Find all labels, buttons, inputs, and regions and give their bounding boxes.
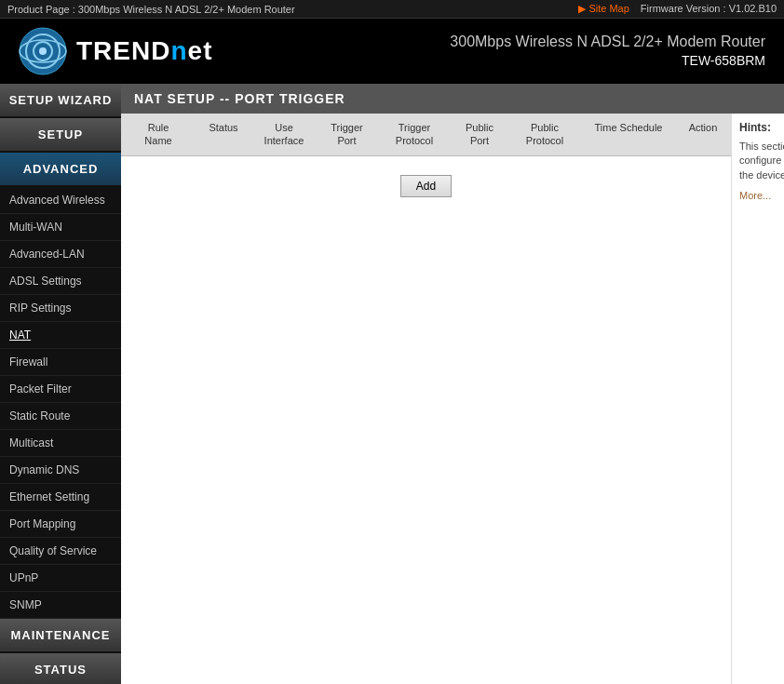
col-time-schedule: Time Schedule — [582, 117, 675, 152]
col-trigger-port: TriggerPort — [317, 117, 377, 152]
col-use-interface: UseInterface — [251, 117, 317, 152]
setup-button[interactable]: SETUP — [0, 118, 121, 153]
status-button[interactable]: STATUS — [0, 653, 121, 684]
sidebar-item-multicast[interactable]: Multicast — [0, 430, 121, 457]
logo-area: TRENDnet — [19, 27, 212, 75]
sidebar-item-advanced-lan[interactable]: Advanced-LAN — [0, 241, 121, 268]
hints-panel: Hints: This section allows you to config… — [731, 114, 784, 684]
sidebar-item-upnp[interactable]: UPnP — [0, 565, 121, 592]
sidebar-item-nat[interactable]: NAT — [0, 322, 121, 349]
content-area: NAT SETUP -- PORT TRIGGER RuleName Statu… — [121, 84, 784, 684]
col-public-port: PublicPort — [452, 117, 507, 152]
sidebar: SETUP WIZARD SETUP ADVANCED Advanced Wir… — [0, 84, 121, 684]
maintenance-button[interactable]: MAINTENANCE — [0, 619, 121, 653]
col-trigger-protocol: TriggerProtocol — [377, 117, 452, 152]
col-public-protocol: PublicProtocol — [507, 117, 582, 152]
main-layout: SETUP WIZARD SETUP ADVANCED Advanced Wir… — [0, 84, 784, 684]
sidebar-item-firewall[interactable]: Firewall — [0, 349, 121, 376]
top-bar: Product Page : 300Mbps Wireless N ADSL 2… — [0, 0, 784, 19]
device-title: 300Mbps Wireless N ADSL 2/2+ Modem Route… — [450, 32, 765, 71]
col-status: Status — [196, 117, 251, 152]
advanced-button[interactable]: ADVANCED — [0, 153, 121, 187]
hints-title: Hints: — [739, 121, 784, 134]
sidebar-item-snmp[interactable]: SNMP — [0, 592, 121, 619]
setup-wizard-button[interactable]: SETUP WIZARD — [0, 84, 121, 118]
page-header: NAT SETUP -- PORT TRIGGER — [121, 84, 784, 114]
sidebar-item-multi-wan[interactable]: Multi-WAN — [0, 214, 121, 241]
content-with-hints: RuleName Status UseInterface TriggerPort… — [121, 114, 784, 684]
hints-text: This section allows you to configure tri… — [739, 140, 784, 182]
sidebar-item-advanced-wireless[interactable]: Advanced Wireless — [0, 187, 121, 214]
sidebar-item-dynamic-dns[interactable]: Dynamic DNS — [0, 457, 121, 484]
sidebar-item-rip-settings[interactable]: RIP Settings — [0, 295, 121, 322]
sidebar-item-adsl-settings[interactable]: ADSL Settings — [0, 268, 121, 295]
main-content: RuleName Status UseInterface TriggerPort… — [121, 114, 731, 684]
firmware-label: Firmware Version : V1.02.B10 — [641, 3, 777, 15]
logo-text: TRENDnet — [76, 36, 212, 66]
more-link[interactable]: More... — [739, 190, 784, 201]
col-action: Action — [675, 117, 731, 152]
add-button[interactable]: Add — [400, 175, 452, 197]
product-label: Product Page : 300Mbps Wireless N ADSL 2… — [7, 4, 295, 15]
col-rule-name: RuleName — [121, 117, 196, 152]
sidebar-item-static-route[interactable]: Static Route — [0, 403, 121, 430]
top-bar-right: Site Map Firmware Version : V1.02.B10 — [578, 3, 777, 15]
table-header: RuleName Status UseInterface TriggerPort… — [121, 114, 731, 156]
sidebar-item-port-mapping[interactable]: Port Mapping — [0, 511, 121, 538]
site-map-link[interactable]: Site Map — [578, 3, 629, 15]
sidebar-item-packet-filter[interactable]: Packet Filter — [0, 376, 121, 403]
add-button-area: Add — [121, 156, 731, 216]
svg-point-4 — [39, 47, 47, 55]
sidebar-item-ethernet-setting[interactable]: Ethernet Setting — [0, 484, 121, 511]
trendnet-logo-icon — [19, 27, 67, 75]
header: TRENDnet 300Mbps Wireless N ADSL 2/2+ Mo… — [0, 19, 784, 84]
sidebar-item-quality-of-service[interactable]: Quality of Service — [0, 538, 121, 565]
